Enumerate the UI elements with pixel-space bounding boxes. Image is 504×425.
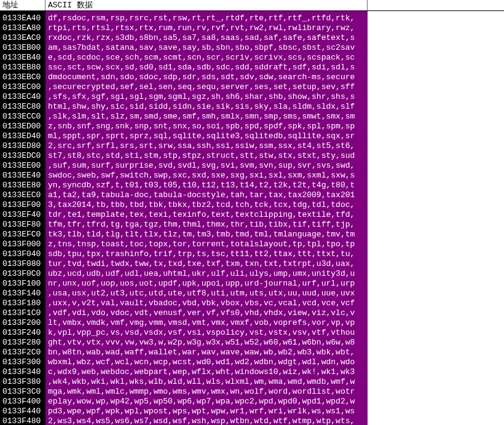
header-address[interactable]: 地址 (0, 0, 45, 10)
ascii-data-cell: html,shw,shy,sic,sid,sidd,sidn,sie,sik,s… (45, 102, 368, 112)
ascii-data-cell: am,sas7bdat,satana,sav,save,say,sb,sbn,s… (45, 43, 368, 53)
ascii-data-cell: tk3,tlb,tld,tlg,tlt,tlx,tlz,tm,tm3,tmb,t… (45, 230, 368, 240)
ascii-data-cell: mga,wmk,wml,wmlc,wmmp,wmo,wms,wmv,wmx,wn… (45, 387, 368, 397)
address-cell: 0133EEC0 (0, 190, 45, 200)
ascii-data-cell: swdoc,sweb,swf,switch,swp,sxc,sxd,sxe,sx… (45, 171, 368, 181)
ascii-data-cell: rxdoc,rzk,rzx,s3db,s8bn,sa5,sa7,sa8,saas… (45, 33, 368, 43)
address-cell: 0133EE40 (0, 171, 45, 181)
header-extra[interactable] (368, 0, 504, 10)
address-cell: 0133F3C0 (0, 387, 45, 397)
address-cell: 0133F000 (0, 240, 45, 249)
ascii-data-cell: eplay,wow,wp,wp42,wp5,wp50,wp6,wp7,wpa,w… (45, 397, 368, 407)
ascii-data-column: df,rsdoc,rsm,rsp,rsrc,rst,rsw,rt,rt_,rtd… (45, 11, 368, 425)
ascii-data-cell: ,sfs,sfx,sgf,sgi,sgl,sgm,sgml,sgz,sh,sh6… (45, 92, 368, 102)
address-column: 0133EA400133EA800133EAC00133EB000133EB40… (0, 11, 45, 425)
ascii-data-cell: 2,src,srf,srfl,srs,srt,srw,ssa,ssh,ssi,s… (45, 141, 368, 151)
ascii-data-cell: nr,unx,uof,uop,uos,uot,updf,upk,upoi,upp… (45, 279, 368, 289)
address-cell: 0133F0C0 (0, 269, 45, 279)
address-cell: 0133EF80 (0, 220, 45, 230)
ascii-data-cell: ,vdf,vdi,vdo,vdoc,vdt,venusf,ver,vf,vfs0… (45, 308, 368, 318)
ascii-data-cell: z,tns,tnsp,toast,toc,topx,tor,torrent,to… (45, 240, 368, 249)
address-cell: 0133EC40 (0, 92, 45, 102)
ascii-data-cell: ssc,sct,scw,scx,sd,sd0,sd1,sda,sdb,sdc,s… (45, 63, 368, 72)
ascii-data-cell: lt,vmbx,vmdk,vmf,vmg,vmm,vmsd,vmt,vmx,vm… (45, 318, 368, 328)
ascii-data-cell: wbxml,wbz,wcf,wcl,wcn,wcp,wcst,wd0,wd1,w… (45, 357, 368, 367)
address-cell: 0133F1C0 (0, 308, 45, 318)
ascii-data-cell: tfm,tfr,tfrd,tg,tga,tgz,thm,thml,thmx,th… (45, 220, 368, 230)
ascii-data-cell: ml,sppt,spr,sprt,sprz,sql,sqlite,sqlite3… (45, 131, 368, 141)
address-cell: 0133EC80 (0, 102, 45, 112)
ascii-data-cell: a1,ta2,ta9,tabula-doc,tabula-docstyle,ta… (45, 190, 368, 200)
address-cell: 0133EBC0 (0, 72, 45, 82)
address-cell: 0133EDC0 (0, 151, 45, 161)
address-cell: 0133EE80 (0, 181, 45, 190)
ascii-data-cell: c,wdx9,web,webdoc,webpart,wep,wflx,wht,w… (45, 367, 368, 377)
ascii-data-cell: sdb,tpu,tpx,trashinfo,trif,trp,ts,tsc,tt… (45, 249, 368, 259)
address-cell: 0133F2C0 (0, 348, 45, 357)
address-cell: 0133ED40 (0, 131, 45, 141)
ascii-data-cell: ubz,ucd,udb,udf,udl,uea,uhtml,ukr,ulf,ul… (45, 269, 368, 279)
address-cell: 0133EA40 (0, 14, 45, 23)
address-cell: 0133F380 (0, 377, 45, 387)
address-cell: 0133ECC0 (0, 112, 45, 122)
address-cell: 0133F480 (0, 416, 45, 425)
address-cell: 0133F180 (0, 298, 45, 308)
ascii-data-cell: 2,ws3,ws4,ws5,ws6,ws7,wsd,wsf,wsh,wsp,wt… (45, 416, 368, 425)
address-cell: 0133F080 (0, 259, 45, 269)
address-cell: 0133EB40 (0, 53, 45, 63)
ascii-data-cell: pd3,wpe,wpf,wpk,wpl,wpost,wps,wpt,wpw,wr… (45, 407, 368, 416)
address-cell: 0133F340 (0, 367, 45, 377)
ascii-data-cell: tur,tvd,twdi,twdx,tww,tx,txd,txe,txf,txm… (45, 259, 368, 269)
address-cell: 0133ED00 (0, 122, 45, 131)
address-cell: 0133F240 (0, 328, 45, 338)
address-cell: 0133EB80 (0, 63, 45, 72)
ascii-data-cell: rtpi,rts,rtsl,rtsx,rtx,rum,run,rv,rvf,rv… (45, 23, 368, 33)
ascii-data-cell: df,rsdoc,rsm,rsp,rsrc,rst,rsw,rt,rt_,rtd… (45, 14, 368, 23)
ascii-data-cell: ,slk,slm,slt,slz,sm,smd,sme,smf,smh,smlx… (45, 112, 368, 122)
hex-view-body: 0133EA400133EA800133EAC00133EB000133EB40… (0, 11, 504, 425)
ascii-data-cell: st7,st8,stc,std,sti,stm,stp,stpz,struct,… (45, 151, 368, 161)
address-cell: 0133EA80 (0, 23, 45, 33)
address-cell: 0133EFC0 (0, 230, 45, 240)
ascii-data-cell: ,uxx,v,v2t,val,vault,vbadoc,vbd,vbk,vbox… (45, 298, 368, 308)
address-cell: 0133F400 (0, 397, 45, 407)
ascii-data-cell: dmdocument,sdn,sdo,sdoc,sdp,sdr,sds,sdt,… (45, 72, 368, 82)
ascii-data-cell: ,securecrypted,sef,sel,sen,seq,sequ,serv… (45, 82, 368, 92)
ascii-data-cell: ght,vtv,vtx,vvv,vw,vw3,w,w2p,w3g,w3x,w51… (45, 338, 368, 348)
address-cell: 0133F140 (0, 289, 45, 298)
ascii-data-cell: tdr,te1,template,tex,texi,texinfo,text,t… (45, 210, 368, 220)
address-cell: 0133F300 (0, 357, 45, 367)
ascii-data-cell: k,vpl,vpp_pc,vs,vsd,vsdx,vsf,vsi,vspolic… (45, 328, 368, 338)
right-panel (368, 11, 504, 425)
address-cell: 0133F280 (0, 338, 45, 348)
ascii-data-cell: ,suf,sum,surf,surprise,svd,svdl,svg,svi,… (45, 161, 368, 171)
ascii-data-cell: e,scd,scdoc,sce,sch,scm,scmt,scn,scr,scr… (45, 53, 368, 63)
address-cell: 0133EE00 (0, 161, 45, 171)
address-cell: 0133F440 (0, 407, 45, 416)
header-ascii-data[interactable]: ASCII 数据 (45, 0, 368, 10)
ascii-data-cell: z,snb,snf,sng,snk,snp,snt,snx,so,soi,spb… (45, 122, 368, 131)
ascii-data-cell: yn,syncdb,szf,t,t01,t03,t05,t10,t12,t13,… (45, 181, 368, 190)
address-cell: 0133F200 (0, 318, 45, 328)
ascii-data-cell: ,wk4,wkb,wki,wkl,wks,wlb,wld,wll,wls,wlx… (45, 377, 368, 387)
address-cell: 0133F040 (0, 249, 45, 259)
ascii-data-cell: ,usa,usx,ut2,ut3,utc,utd,ute,utf8,uti,ut… (45, 289, 368, 298)
address-cell: 0133EF40 (0, 210, 45, 220)
ascii-data-cell: 3,tax2014,tb,tbb,tbd,tbk,tbkx,tbz2,tcd,t… (45, 200, 368, 210)
address-cell: 0133F100 (0, 279, 45, 289)
address-cell: 0133ED80 (0, 141, 45, 151)
ascii-data-cell: bn,w8tn,wab,wad,waff,wallet,war,wav,wave… (45, 348, 368, 357)
address-cell: 0133EC00 (0, 82, 45, 92)
address-cell: 0133EAC0 (0, 33, 45, 43)
address-cell: 0133EF00 (0, 200, 45, 210)
address-cell: 0133EB00 (0, 43, 45, 53)
